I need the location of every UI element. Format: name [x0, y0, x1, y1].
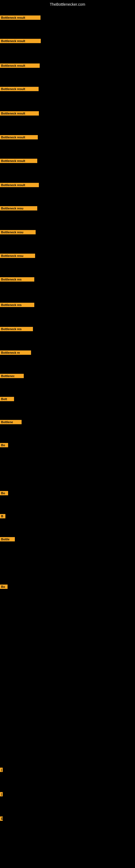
bottleneck-badge[interactable]: Bott	[0, 397, 14, 401]
bottleneck-badge[interactable]: Bottleneck resu	[0, 230, 36, 235]
bottleneck-badge[interactable]: B	[0, 514, 5, 518]
bottleneck-badge[interactable]: |	[0, 768, 3, 772]
bottleneck-badge[interactable]: Bottleneck result	[0, 63, 40, 68]
bottleneck-badge[interactable]: Bo	[0, 443, 8, 447]
bottleneck-badge[interactable]: Bottleneck result	[0, 87, 39, 91]
bottleneck-badge[interactable]: Bottleneck result	[0, 16, 41, 20]
bottleneck-badge[interactable]: Bottleneck res	[0, 327, 33, 331]
bottleneck-badge[interactable]: Bottleneck re	[0, 350, 31, 355]
bottleneck-badge[interactable]: Bottle	[0, 537, 15, 541]
bottleneck-badge[interactable]: Bottleneck resu	[0, 254, 35, 258]
site-title: TheBottlenecker.com	[0, 2, 135, 6]
bottleneck-badge[interactable]: Bottleneck result	[0, 159, 37, 163]
bottleneck-badge[interactable]: Bo	[0, 491, 8, 495]
bottleneck-badge[interactable]: Bottleneck result	[0, 39, 41, 43]
bottleneck-badge[interactable]: Bottleneck res	[0, 277, 34, 282]
bottleneck-badge[interactable]: |	[0, 792, 3, 796]
bottleneck-badge[interactable]: Bottleneck resu	[0, 206, 37, 211]
bottleneck-badge[interactable]: Bottlenec	[0, 374, 24, 378]
bottleneck-badge[interactable]: Bottleneck result	[0, 135, 38, 140]
bottleneck-badge[interactable]: Bo	[0, 585, 8, 589]
bottleneck-badge[interactable]: Bottleneck result	[0, 111, 39, 116]
bottleneck-badge[interactable]: E	[0, 816, 3, 821]
bottleneck-badge[interactable]: Bottleneck result	[0, 183, 39, 187]
bottleneck-badge[interactable]: Bottlene	[0, 420, 21, 424]
bottleneck-badge[interactable]: Bottleneck res	[0, 303, 34, 307]
